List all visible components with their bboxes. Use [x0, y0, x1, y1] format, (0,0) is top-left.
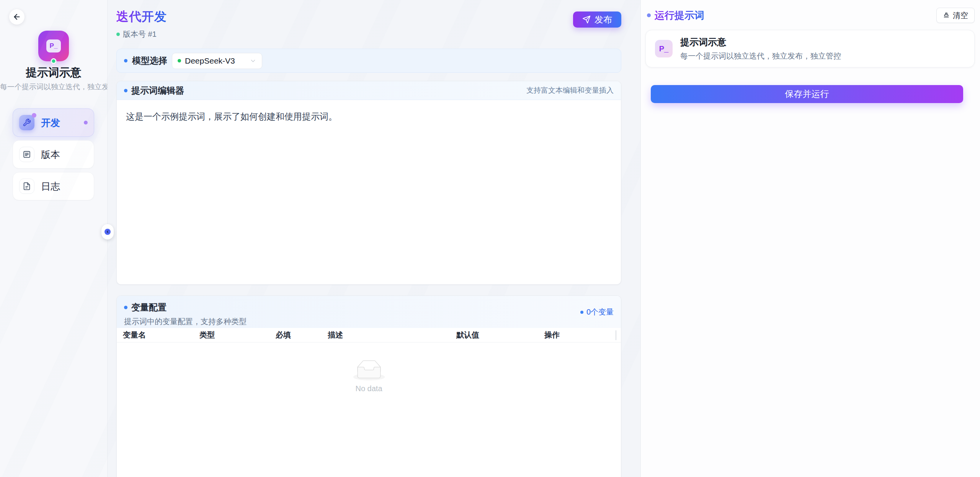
empty-state-text: No data [355, 384, 382, 393]
sidebar-menu: 开发 版本 日志 [13, 108, 94, 200]
prompt-editor-title: 提示词编辑器 [131, 85, 184, 97]
prompt-editor-panel: 提示词编辑器 支持富文本编辑和变量插入 这是一个示例提示词，展示了如何创建和使用… [116, 81, 621, 285]
chevron-down-icon [250, 57, 256, 64]
column-header-type: 类型 [193, 330, 270, 340]
versions-icon [19, 147, 34, 162]
section-dot [124, 89, 127, 92]
clear-label: 清空 [953, 10, 968, 21]
wrench-icon [19, 115, 34, 130]
badge-dot [580, 311, 583, 314]
app-avatar-monogram: P_ [46, 39, 61, 52]
column-header-name: 变量名 [117, 330, 193, 340]
variable-count-label: 0个变量 [586, 307, 614, 317]
column-header-description: 描述 [322, 330, 450, 340]
column-header-default: 默认值 [450, 330, 538, 340]
version-status-dot [116, 33, 120, 36]
section-dot [124, 306, 127, 309]
empty-box-icon [353, 360, 385, 380]
clear-icon [943, 12, 950, 19]
app-root: P_ 提示词示意 每一个提示词以独立迭代，独立发... 开发 版本 [0, 0, 980, 477]
sidebar-item-develop[interactable]: 开发 [13, 108, 94, 137]
main-header: 迭代开发 版本号 #1 发布 [116, 8, 621, 39]
run-panel-header: 运行提示词 清空 [645, 8, 975, 23]
prompt-card[interactable]: P_ 提示词示意 每一个提示词以独立迭代，独立发布，独立管控 [645, 30, 975, 67]
chevron-left-icon [105, 229, 111, 235]
empty-state: No data [117, 360, 621, 393]
app-title: 提示词示意 [0, 65, 107, 80]
sidebar-item-label: 版本 [41, 148, 60, 161]
run-panel: 运行提示词 清空 P_ 提示词示意 每一个提示词以独立迭代，独立发布，独立管控 … [640, 0, 980, 477]
app-avatar: P_ [38, 31, 69, 61]
version-badge: 版本号 #1 [116, 29, 167, 39]
app-subtitle: 每一个提示词以独立迭代，独立发... [0, 82, 107, 92]
prompt-card-avatar: P_ [655, 40, 673, 57]
log-file-icon [19, 179, 34, 194]
sidebar-collapse-handle[interactable] [101, 224, 114, 239]
active-indicator-dot [84, 121, 88, 125]
prompt-card-title: 提示词示意 [680, 36, 841, 48]
arrow-left-icon [13, 13, 21, 21]
column-header-required: 必填 [270, 330, 322, 340]
variables-header: 变量配置 提示词中的变量配置，支持多种类型 0个变量 [117, 296, 621, 328]
page-title: 迭代开发 [116, 8, 167, 25]
sidebar: P_ 提示词示意 每一个提示词以独立迭代，独立发... 开发 版本 [0, 0, 108, 477]
send-icon [582, 15, 591, 24]
publish-label: 发布 [595, 14, 612, 26]
back-button[interactable] [9, 9, 24, 25]
save-and-run-button[interactable]: 保存并运行 [651, 85, 963, 103]
main-content: 迭代开发 版本号 #1 发布 模型选择 DeepSeek-V3 [108, 0, 640, 477]
model-status-dot [178, 59, 181, 62]
variables-subtitle: 提示词中的变量配置，支持多种类型 [124, 316, 247, 327]
section-dot [647, 13, 651, 17]
section-dot [124, 59, 127, 62]
model-select-label: 模型选择 [132, 55, 167, 67]
app-avatar-tile: P_ [38, 31, 69, 61]
model-select[interactable]: DeepSeek-V3 [172, 53, 262, 69]
table-scrollbar[interactable] [616, 330, 616, 340]
variables-title: 变量配置 [131, 302, 167, 313]
prompt-editor-textarea[interactable]: 这是一个示例提示词，展示了如何创建和使用提示词。 [117, 100, 621, 284]
sidebar-item-versions[interactable]: 版本 [13, 140, 94, 169]
model-select-value: DeepSeek-V3 [185, 56, 246, 66]
menu-item-badge-dot [32, 113, 36, 118]
publish-button[interactable]: 发布 [573, 11, 621, 28]
clear-button[interactable]: 清空 [936, 8, 975, 23]
sidebar-item-label: 开发 [41, 116, 60, 129]
sidebar-item-label: 日志 [41, 180, 60, 193]
variable-count-badge: 0个变量 [580, 307, 614, 317]
run-panel-title: 运行提示词 [655, 9, 704, 22]
variables-table-header: 变量名 类型 必填 描述 默认值 操作 [117, 328, 621, 343]
version-label: 版本号 #1 [123, 29, 157, 39]
prompt-editor-header: 提示词编辑器 支持富文本编辑和变量插入 [117, 81, 621, 100]
prompt-card-subtitle: 每一个提示词以独立迭代，独立发布，独立管控 [680, 51, 841, 61]
prompt-editor-hint: 支持富文本编辑和变量插入 [526, 85, 614, 95]
column-header-actions: 操作 [538, 330, 621, 340]
model-select-bar: 模型选择 DeepSeek-V3 [116, 49, 621, 73]
variables-panel: 变量配置 提示词中的变量配置，支持多种类型 0个变量 变量名 类型 必填 描述 … [116, 295, 621, 477]
sidebar-item-logs[interactable]: 日志 [13, 172, 94, 200]
online-status-dot [51, 58, 57, 64]
